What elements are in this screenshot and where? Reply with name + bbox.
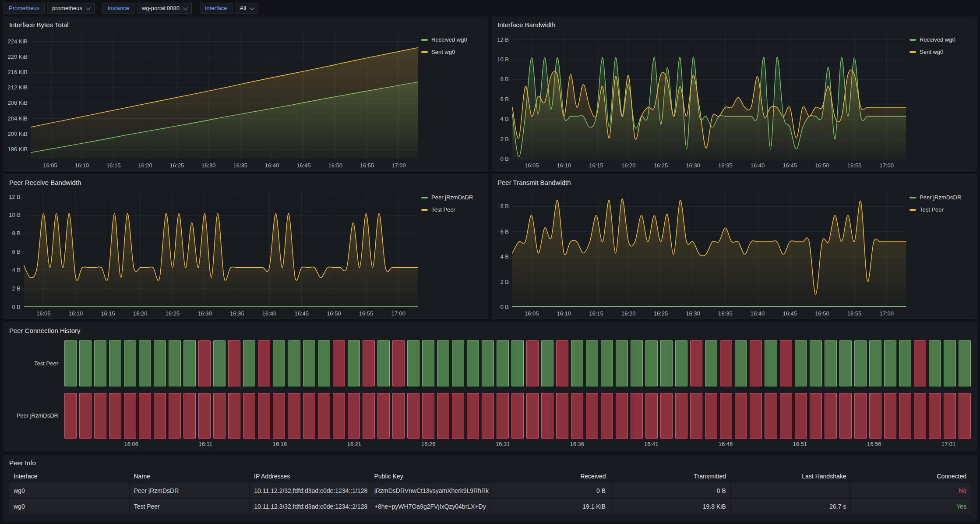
legend-label: Received wg0 xyxy=(920,36,955,43)
status-bar-up xyxy=(243,340,255,386)
interface-bandwidth-chart[interactable]: 0 B2 B4 B6 B8 B10 B12 B16:0516:1016:1516… xyxy=(492,29,909,170)
svg-text:16:40: 16:40 xyxy=(262,310,277,317)
svg-text:16:05: 16:05 xyxy=(36,310,51,317)
column-header-received[interactable]: Received xyxy=(490,473,610,480)
table-cell: No xyxy=(851,483,971,498)
table-body: wg0Peer jRzmDsDR10.11.12.2/32,fdfd:d3ad:… xyxy=(9,483,971,515)
svg-text:17:00: 17:00 xyxy=(879,310,894,317)
column-header-ip-addresses[interactable]: IP Addresses xyxy=(250,473,370,480)
status-bar-down xyxy=(392,393,405,439)
status-bar-down xyxy=(437,393,449,439)
svg-text:16:10: 16:10 xyxy=(69,310,83,317)
legend-item-test-peer[interactable]: Test Peer xyxy=(909,206,972,213)
svg-text:16:20: 16:20 xyxy=(133,310,148,317)
column-header-connected[interactable]: Connected xyxy=(851,473,971,480)
svg-text:16:45: 16:45 xyxy=(296,162,311,169)
svg-text:16:15: 16:15 xyxy=(589,162,603,169)
status-bar-up xyxy=(884,340,896,386)
peer-receive-bandwidth-chart[interactable]: 0 B2 B4 B6 B8 B10 B12 B16:0516:1016:1516… xyxy=(4,187,421,319)
svg-text:16:55: 16:55 xyxy=(360,162,374,169)
status-bar-up xyxy=(675,340,687,386)
datasource-select[interactable]: prometheus xyxy=(47,3,95,14)
svg-text:6 B: 6 B xyxy=(12,248,21,255)
column-header-public-key[interactable]: Public Key xyxy=(370,473,490,480)
svg-text:16:50: 16:50 xyxy=(327,310,341,317)
status-bar-down xyxy=(631,393,643,439)
legend-item-peer-jrzmdsdr[interactable]: Peer jRzmDsDR xyxy=(909,194,972,201)
svg-text:0 B: 0 B xyxy=(500,304,509,310)
column-header-last-handshake[interactable]: Last Handshake xyxy=(730,473,851,480)
x-axis-tick: 16:36 xyxy=(570,441,585,447)
legend-item-test-peer[interactable]: Test Peer xyxy=(421,206,483,213)
svg-text:16:40: 16:40 xyxy=(751,162,765,169)
instance-select[interactable]: wg-portal:8080 xyxy=(137,3,192,14)
interface-bytes-total-chart[interactable]: 196 KiB200 KiB204 KiB208 KiB212 KiB216 K… xyxy=(4,29,421,170)
column-header-transmitted[interactable]: Transmitted xyxy=(610,473,731,480)
status-bar-up xyxy=(303,340,315,386)
status-bar-up xyxy=(795,340,807,386)
svg-text:16:30: 16:30 xyxy=(686,310,700,317)
status-bar-down xyxy=(363,340,375,386)
table-cell: 10.11.12.3/32,fdfd:d3ad:c0de:1234::2/128 xyxy=(250,499,370,514)
status-bar-up xyxy=(825,340,837,386)
legend-item-sent-wg0[interactable]: Sent wg0 xyxy=(421,49,483,55)
svg-text:16:20: 16:20 xyxy=(621,310,636,317)
panel-title[interactable]: Peer Transmit Bandwidth xyxy=(492,175,976,187)
panel-interface-bandwidth: Interface Bandwidth 0 B2 B4 B6 B8 B10 B1… xyxy=(492,17,976,171)
series-swatch xyxy=(421,39,428,41)
svg-text:16:35: 16:35 xyxy=(718,162,733,169)
status-bar-down xyxy=(854,393,867,439)
datasource-label: Prometheus xyxy=(4,3,45,14)
status-bar-down xyxy=(526,393,539,439)
svg-text:16:35: 16:35 xyxy=(233,162,247,169)
status-bar-up xyxy=(213,340,226,386)
status-bar-down xyxy=(154,393,166,439)
status-bar-up xyxy=(765,340,777,386)
legend: Peer jRzmDsDR Test Peer xyxy=(421,187,488,319)
table-cell: jRzmDsDRVnwCt13vsyamXherk9L9RhRk xyxy=(370,483,490,498)
legend-item-sent-wg0[interactable]: Sent wg0 xyxy=(909,49,972,55)
status-bar-down xyxy=(288,393,300,439)
series-swatch xyxy=(421,197,428,198)
status-bar-down xyxy=(407,393,419,439)
peer-connection-history-chart[interactable]: Test Peer Peer jRzmDsDR 16:0616:1116:161… xyxy=(4,335,976,451)
panel-title[interactable]: Peer Connection History xyxy=(4,323,976,335)
legend-item-peer-jrzmdsdr[interactable]: Peer jRzmDsDR xyxy=(421,194,483,201)
datasource-value: prometheus xyxy=(52,3,82,14)
legend-item-received-wg0[interactable]: Received wg0 xyxy=(421,36,483,43)
legend-label: Peer jRzmDsDR xyxy=(431,194,473,201)
column-header-name[interactable]: Name xyxy=(130,473,250,480)
svg-text:16:50: 16:50 xyxy=(815,310,829,317)
interface-value: All xyxy=(240,3,246,14)
status-bar-up xyxy=(407,340,419,386)
svg-text:16:55: 16:55 xyxy=(847,310,862,317)
legend-item-received-wg0[interactable]: Received wg0 xyxy=(909,36,972,43)
panel-title[interactable]: Peer Info xyxy=(4,455,976,467)
status-bar-down xyxy=(243,393,255,439)
column-header-interface[interactable]: Interface xyxy=(9,473,130,480)
status-bar-up xyxy=(631,340,643,386)
status-bar-up xyxy=(169,340,181,386)
panel-title[interactable]: Interface Bandwidth xyxy=(492,17,976,29)
svg-text:16:30: 16:30 xyxy=(201,162,216,169)
status-bar-down xyxy=(690,393,702,439)
svg-text:16:30: 16:30 xyxy=(686,162,700,169)
svg-text:16:05: 16:05 xyxy=(525,310,539,317)
var-group-instance: Instance wg-portal:8080 xyxy=(102,3,192,14)
chevron-down-icon xyxy=(86,5,91,10)
svg-text:200 KiB: 200 KiB xyxy=(7,131,28,137)
grafana-dashboard: { "toolbar": { "datasource_label": "Prom… xyxy=(0,0,980,524)
status-bar-down xyxy=(571,393,583,439)
table-cell: 26.7 s xyxy=(731,499,851,514)
panel-title[interactable]: Interface Bytes Total xyxy=(4,17,488,29)
svg-text:16:50: 16:50 xyxy=(328,162,343,169)
status-bar-up xyxy=(810,340,822,386)
interface-select[interactable]: All xyxy=(235,3,258,14)
instance-value: wg-portal:8080 xyxy=(142,3,180,14)
svg-text:2 B: 2 B xyxy=(500,279,509,285)
peer-transmit-bandwidth-chart[interactable]: 0 B2 B4 B6 B8 B16:0516:1016:1516:2016:25… xyxy=(492,187,909,319)
status-bar-down xyxy=(884,393,896,439)
svg-text:16:25: 16:25 xyxy=(170,162,184,169)
svg-text:208 KiB: 208 KiB xyxy=(7,99,28,106)
panel-title[interactable]: Peer Receive Bandwidth xyxy=(4,175,488,187)
